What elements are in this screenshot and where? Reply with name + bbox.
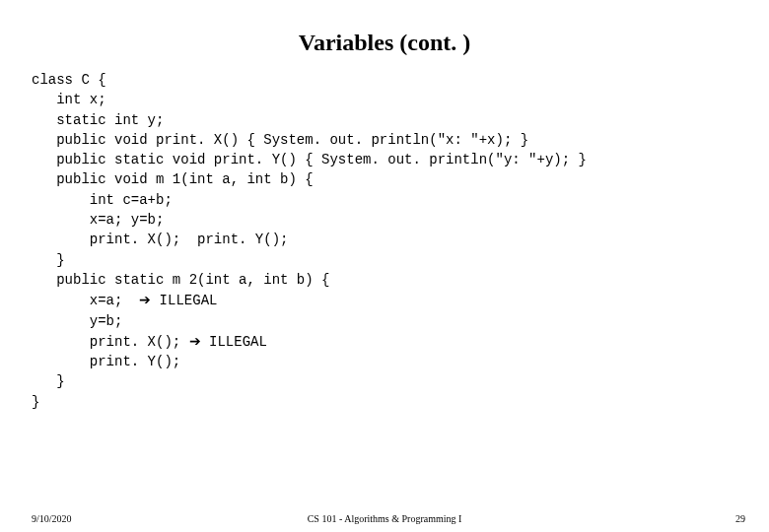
code-line: int c=a+b; bbox=[32, 192, 173, 208]
code-line: } bbox=[32, 394, 39, 410]
code-line: y=b; bbox=[32, 313, 122, 329]
slide-title: Variables (cont. ) bbox=[0, 0, 769, 70]
code-line: print. Y(); bbox=[32, 354, 180, 369]
code-line: static int y; bbox=[32, 112, 164, 128]
code-block: class C { int x; static int y; public vo… bbox=[0, 70, 769, 412]
code-line: } bbox=[32, 252, 65, 268]
arrow-icon: ➔ bbox=[189, 333, 201, 349]
code-line: } bbox=[32, 373, 65, 389]
code-line: public void m 1(int a, int b) { bbox=[32, 171, 314, 187]
code-line: class C { bbox=[32, 72, 106, 88]
code-line: public static void print. Y() { System. … bbox=[32, 152, 587, 167]
code-line: x=a; bbox=[32, 293, 139, 308]
code-line: x=a; y=b; bbox=[32, 212, 164, 228]
code-line: ILLEGAL bbox=[151, 293, 217, 308]
code-line: public void print. X() { System. out. pr… bbox=[32, 132, 528, 148]
footer-page: 29 bbox=[735, 513, 745, 524]
code-line: public static m 2(int a, int b) { bbox=[32, 272, 329, 288]
footer-center: CS 101 - Algorithms & Programming I bbox=[0, 513, 769, 524]
code-line: print. X(); print. Y(); bbox=[32, 232, 288, 247]
code-line: ILLEGAL bbox=[201, 334, 267, 350]
arrow-icon: ➔ bbox=[139, 292, 151, 307]
code-line: int x; bbox=[32, 92, 106, 107]
code-line: print. X(); bbox=[32, 334, 189, 350]
slide: Variables (cont. ) class C { int x; stat… bbox=[0, 0, 769, 532]
